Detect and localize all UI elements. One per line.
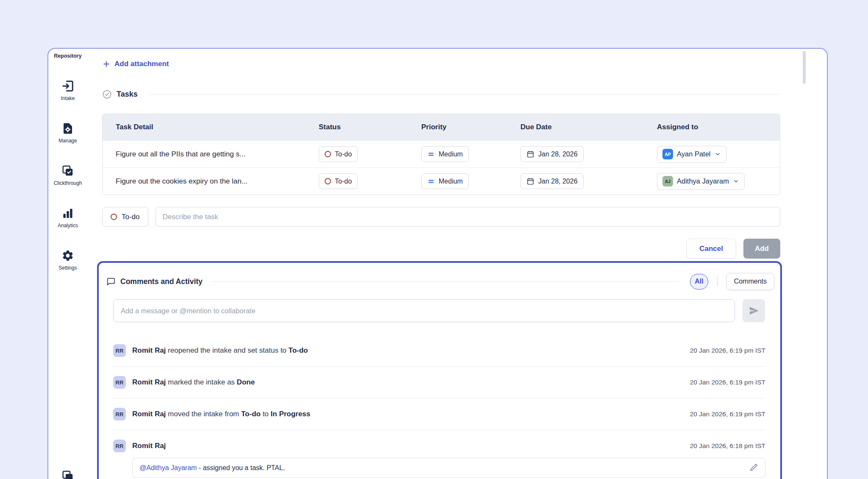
assignee-avatar: AP bbox=[662, 149, 673, 159]
send-button[interactable] bbox=[743, 299, 765, 322]
status-label: To-do bbox=[335, 150, 352, 158]
add-button[interactable]: Add bbox=[743, 239, 780, 259]
sidebar-item-label: Manage bbox=[58, 138, 77, 144]
avatar: RR bbox=[113, 344, 126, 357]
activity-text: Romit Raj marked the intake as Done bbox=[132, 378, 255, 387]
task-detail-text: Figure out the cookies expiry on the lan… bbox=[116, 177, 319, 186]
due-date-chip[interactable]: Jan 28, 2026 bbox=[520, 173, 584, 189]
col-header-priority: Priority bbox=[421, 123, 520, 131]
status-chip[interactable]: To-do bbox=[319, 173, 358, 189]
activity-timestamp: 20 Jan 2026, 6:18 pm IST bbox=[682, 442, 765, 450]
calendar-icon bbox=[526, 177, 534, 185]
assignee-avatar: AJ bbox=[662, 176, 673, 187]
sidebar-item-label: Intake bbox=[61, 95, 75, 101]
tasks-check-icon bbox=[102, 89, 112, 99]
new-task-row: To-do bbox=[102, 207, 780, 227]
sidebar: Repository Intake bbox=[48, 49, 87, 479]
task-form-actions: Cancel Add bbox=[102, 239, 780, 259]
tasks-table-header-row: Task Detail Status Priority Due Date Ass… bbox=[103, 114, 780, 140]
sidebar-item-manage[interactable]: Manage bbox=[58, 122, 77, 144]
mention-link[interactable]: @Adithya Jayaram bbox=[139, 464, 197, 472]
app-window: Repository Intake bbox=[47, 48, 828, 479]
sidebar-item-analytics[interactable]: Analytics bbox=[58, 207, 78, 228]
calendar-icon bbox=[526, 150, 534, 158]
todo-ring-icon bbox=[325, 178, 331, 184]
comments-section-title: Comments and Activity bbox=[120, 277, 203, 286]
priority-label: Medium bbox=[439, 150, 463, 158]
activity-list: RR Romit Raj reopened the intake and set… bbox=[113, 335, 765, 478]
plus-icon bbox=[102, 60, 111, 68]
sidebar-bottom-partial-icon[interactable] bbox=[61, 470, 74, 479]
new-task-status-chip[interactable]: To-do bbox=[102, 207, 148, 227]
col-header-task-detail: Task Detail bbox=[116, 123, 319, 131]
assignee-dropdown[interactable]: AP Ayan Patel bbox=[657, 146, 726, 163]
avatar: RR bbox=[113, 408, 126, 421]
comment-input-row bbox=[99, 290, 780, 322]
edit-comment-button[interactable] bbox=[749, 463, 758, 472]
todo-ring-icon bbox=[325, 151, 331, 157]
analytics-icon bbox=[61, 207, 74, 220]
activity-row: RR Romit Raj reopened the intake and set… bbox=[113, 335, 765, 367]
status-chip[interactable]: To-do bbox=[319, 146, 358, 162]
assignee-dropdown[interactable]: AJ Adithya Jayaram bbox=[657, 173, 745, 190]
sidebar-item-clickthrough[interactable]: Clickthrough bbox=[54, 164, 82, 186]
assignee-name: Ayan Patel bbox=[677, 150, 711, 158]
filter-all-button[interactable]: All bbox=[690, 274, 708, 290]
cancel-button[interactable]: Cancel bbox=[686, 239, 736, 259]
comments-header: Comments and Activity All Comments bbox=[99, 263, 780, 290]
activity-text: Romit Raj reopened the intake and set st… bbox=[132, 346, 308, 355]
pencil-icon bbox=[749, 463, 758, 472]
comments-and-activity-section: Comments and Activity All Comments RR Ro… bbox=[97, 261, 782, 479]
comment-text: - assigned you a task. PTAL. bbox=[197, 464, 285, 472]
comment-bubble-icon bbox=[106, 277, 116, 286]
comment-input[interactable] bbox=[113, 299, 735, 322]
sidebar-item-settings[interactable]: Settings bbox=[58, 249, 77, 271]
activity-row: RR Romit Raj marked the intake as Done 2… bbox=[113, 367, 765, 398]
tasks-table: Task Detail Status Priority Due Date Ass… bbox=[102, 114, 780, 195]
sidebar-item-label: Settings bbox=[58, 265, 77, 271]
clickthrough-icon bbox=[61, 164, 74, 177]
manage-icon bbox=[61, 122, 74, 135]
sidebar-item-intake[interactable]: Intake bbox=[61, 80, 75, 101]
add-attachment-label: Add attachment bbox=[114, 60, 169, 68]
filter-comments-button[interactable]: Comments bbox=[726, 273, 774, 290]
avatar: RR bbox=[113, 376, 126, 389]
col-header-due-date: Due Date bbox=[520, 123, 657, 131]
activity-text: Romit Raj bbox=[132, 442, 166, 450]
chevron-down-icon bbox=[715, 151, 721, 157]
assignee-name: Adithya Jayaram bbox=[677, 177, 729, 185]
activity-timestamp: 20 Jan 2026, 6:19 pm IST bbox=[682, 410, 765, 418]
tasks-section-header: Tasks bbox=[102, 89, 780, 99]
priority-chip[interactable]: Medium bbox=[421, 173, 469, 189]
status-label: To-do bbox=[335, 178, 352, 185]
sidebar-item-label: Clickthrough bbox=[54, 180, 82, 186]
priority-label: Medium bbox=[439, 178, 463, 185]
send-icon bbox=[749, 306, 759, 316]
todo-ring-icon bbox=[111, 214, 117, 220]
priority-chip[interactable]: Medium bbox=[421, 146, 469, 162]
activity-timestamp: 20 Jan 2026, 6:19 pm IST bbox=[682, 379, 765, 386]
due-date-label: Jan 28, 2026 bbox=[538, 178, 578, 185]
intake-icon bbox=[61, 80, 74, 92]
due-date-chip[interactable]: Jan 28, 2026 bbox=[520, 146, 584, 162]
tasks-section-title: Tasks bbox=[117, 90, 138, 99]
due-date-label: Jan 28, 2026 bbox=[538, 150, 578, 158]
new-task-input[interactable] bbox=[156, 207, 780, 227]
scrollbar-thumb[interactable] bbox=[803, 51, 806, 84]
medium-priority-icon bbox=[427, 150, 435, 158]
section-divider bbox=[211, 281, 679, 282]
sidebar-item-label: Analytics bbox=[58, 223, 78, 228]
comment-bubble: @Adithya Jayaram - assigned you a task. … bbox=[132, 458, 765, 478]
task-row: Figure out all the PIIs that are getting… bbox=[103, 140, 780, 167]
activity-text: Romit Raj moved the intake from To-do to… bbox=[132, 410, 310, 418]
sidebar-section-label: Repository bbox=[54, 53, 81, 59]
col-header-assigned-to: Assigned to bbox=[657, 123, 780, 131]
avatar: RR bbox=[113, 440, 126, 452]
activity-row: RR Romit Raj 20 Jan 2026, 6:18 pm IST @A… bbox=[113, 430, 765, 478]
add-attachment-button[interactable]: Add attachment bbox=[102, 60, 169, 68]
filter-separator bbox=[717, 277, 718, 286]
col-header-status: Status bbox=[319, 123, 421, 131]
activity-timestamp: 20 Jan 2026, 6:19 pm IST bbox=[682, 347, 765, 354]
chevron-down-icon bbox=[733, 178, 739, 184]
main-content: Add attachment Tasks Task Detail Status … bbox=[87, 49, 827, 479]
